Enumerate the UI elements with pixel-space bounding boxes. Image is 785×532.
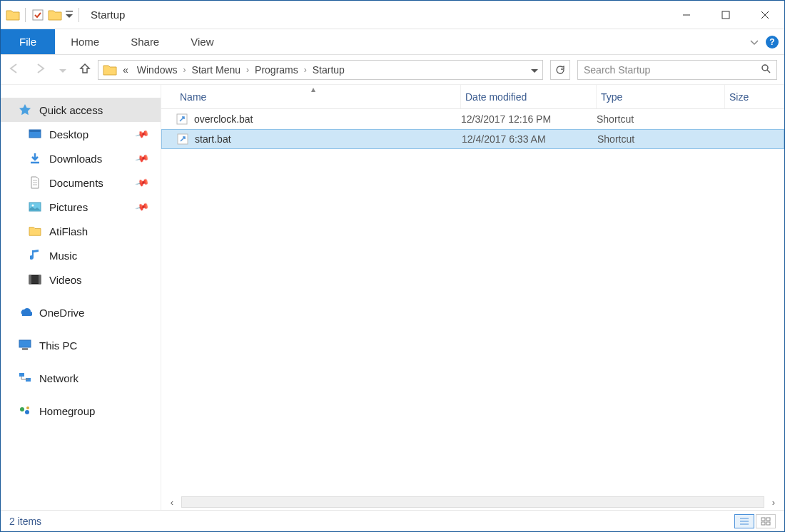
svg-rect-30 xyxy=(761,518,765,521)
svg-rect-33 xyxy=(766,522,770,525)
shortcut-icon xyxy=(176,113,188,126)
sidebar-item-label: Desktop xyxy=(49,128,88,140)
help-icon[interactable]: ? xyxy=(766,36,779,48)
search-input[interactable]: Search Startup xyxy=(577,60,777,80)
separator xyxy=(25,8,26,22)
chevron-right-icon[interactable]: › xyxy=(246,65,249,75)
view-details-button[interactable] xyxy=(734,514,754,528)
scrollbar-track[interactable] xyxy=(181,496,764,508)
tab-home[interactable]: Home xyxy=(55,29,115,54)
sidebar-item-label: Downloads xyxy=(49,153,102,165)
sidebar-item-label: OneDrive xyxy=(39,307,84,319)
properties-icon[interactable] xyxy=(30,7,46,23)
forward-button[interactable] xyxy=(34,63,46,76)
column-header-type[interactable]: Type xyxy=(597,85,725,108)
sidebar-item-quick-access[interactable]: Quick access xyxy=(1,98,161,122)
search-placeholder: Search Startup xyxy=(584,64,761,76)
breadcrumb-item[interactable]: Start Menu xyxy=(189,64,243,76)
svg-point-6 xyxy=(762,65,768,71)
tab-view[interactable]: View xyxy=(175,29,229,54)
sidebar-item-label: This PC xyxy=(39,339,77,352)
sidebar-item-this-pc[interactable]: This PC xyxy=(1,333,161,357)
view-icons-button[interactable] xyxy=(756,514,776,528)
sidebar-item-label: Quick access xyxy=(39,104,103,116)
column-header-name[interactable]: Name xyxy=(176,85,461,108)
file-list-pane: ▴ Name Date modified Type Size overclock… xyxy=(161,85,784,510)
pin-icon: 📌 xyxy=(134,200,149,215)
svg-point-24 xyxy=(26,406,29,409)
svg-rect-17 xyxy=(39,275,41,284)
sidebar-item-documents[interactable]: Documents 📌 xyxy=(1,170,161,195)
svg-point-22 xyxy=(20,407,24,411)
new-folder-icon[interactable] xyxy=(47,7,63,23)
this-pc-icon xyxy=(18,339,32,352)
separator xyxy=(78,8,79,22)
music-icon xyxy=(28,249,42,262)
sidebar-item-onedrive[interactable]: OneDrive xyxy=(1,300,161,324)
scroll-right-icon[interactable]: › xyxy=(767,497,780,508)
shortcut-icon xyxy=(176,133,189,145)
sidebar-item-label: Pictures xyxy=(49,201,88,213)
minimize-button[interactable] xyxy=(667,1,706,29)
svg-rect-20 xyxy=(19,373,24,377)
sidebar-item-label: Homegroup xyxy=(39,405,95,417)
sidebar-item-label: AtiFlash xyxy=(49,225,88,237)
breadcrumb-item[interactable]: Windows xyxy=(134,64,181,76)
pin-icon: 📌 xyxy=(134,151,149,166)
column-header-date[interactable]: Date modified xyxy=(461,85,597,108)
svg-rect-3 xyxy=(722,11,729,19)
folder-icon xyxy=(28,225,42,237)
breadcrumb-item[interactable]: Programs xyxy=(252,64,301,76)
tab-share[interactable]: Share xyxy=(115,29,175,54)
svg-rect-9 xyxy=(29,130,41,132)
sidebar-item-atiflash[interactable]: AtiFlash xyxy=(1,219,161,243)
file-row[interactable]: overclock.bat12/3/2017 12:16 PMShortcut xyxy=(161,109,784,129)
sidebar-item-downloads[interactable]: Downloads 📌 xyxy=(1,146,161,170)
svg-point-23 xyxy=(25,410,29,414)
breadcrumb-overflow[interactable]: « xyxy=(120,64,131,76)
network-icon xyxy=(18,372,32,384)
close-button[interactable] xyxy=(745,1,784,29)
svg-rect-31 xyxy=(766,518,770,521)
refresh-button[interactable] xyxy=(550,60,570,80)
breadcrumb-item[interactable]: Startup xyxy=(310,64,348,76)
sidebar-item-label: Network xyxy=(39,372,78,384)
scroll-left-icon[interactable]: ‹ xyxy=(166,497,178,508)
recent-dropdown-icon[interactable] xyxy=(59,64,66,76)
sidebar-item-homegroup[interactable]: Homegroup xyxy=(1,399,161,423)
pictures-icon xyxy=(28,200,42,213)
sidebar-item-label: Music xyxy=(49,250,77,262)
tab-file[interactable]: File xyxy=(1,29,55,54)
chevron-right-icon[interactable]: › xyxy=(183,65,186,75)
document-icon xyxy=(28,176,42,189)
sidebar-item-pictures[interactable]: Pictures 📌 xyxy=(1,195,161,219)
chevron-right-icon[interactable]: › xyxy=(304,65,307,75)
qat-dropdown-icon[interactable] xyxy=(64,11,74,19)
videos-icon xyxy=(28,273,42,286)
file-name: overclock.bat xyxy=(194,113,253,125)
maximize-button[interactable] xyxy=(706,1,745,29)
sidebar-item-network[interactable]: Network xyxy=(1,366,161,390)
svg-rect-16 xyxy=(29,275,31,284)
up-button[interactable] xyxy=(79,63,91,76)
file-row[interactable]: start.bat12/4/2017 6:33 AMShortcut xyxy=(161,129,784,149)
ribbon-collapse-icon[interactable] xyxy=(750,36,759,48)
svg-rect-18 xyxy=(19,340,31,347)
file-date: 12/3/2017 12:16 PM xyxy=(461,113,597,125)
svg-rect-1 xyxy=(66,11,73,12)
sidebar-item-music[interactable]: Music xyxy=(1,243,161,267)
search-icon[interactable] xyxy=(761,63,771,76)
folder-icon xyxy=(5,7,21,23)
back-button[interactable] xyxy=(8,63,21,76)
homegroup-icon xyxy=(18,404,32,417)
sidebar-item-desktop[interactable]: Desktop 📌 xyxy=(1,122,161,146)
svg-point-14 xyxy=(32,205,34,207)
address-dropdown-icon[interactable] xyxy=(531,64,538,76)
sidebar-item-label: Documents xyxy=(49,177,103,189)
column-header-size[interactable]: Size xyxy=(725,85,784,108)
horizontal-scrollbar[interactable]: ‹ › xyxy=(161,494,784,510)
sidebar-item-videos[interactable]: Videos xyxy=(1,267,161,292)
file-type: Shortcut xyxy=(597,133,726,145)
svg-rect-32 xyxy=(761,522,765,525)
address-bar[interactable]: « Windows › Start Menu › Programs › Star… xyxy=(98,60,543,80)
